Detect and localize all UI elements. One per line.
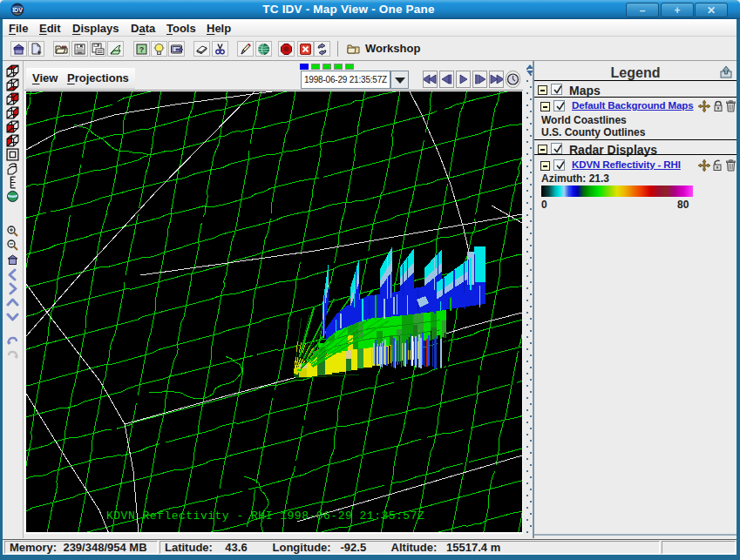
svg-text:?: ? bbox=[139, 45, 145, 54]
svg-text:KDVN Reflectivity - RHI 1998-0: KDVN Reflectivity - RHI 1998-06-29 21:35… bbox=[106, 509, 424, 523]
